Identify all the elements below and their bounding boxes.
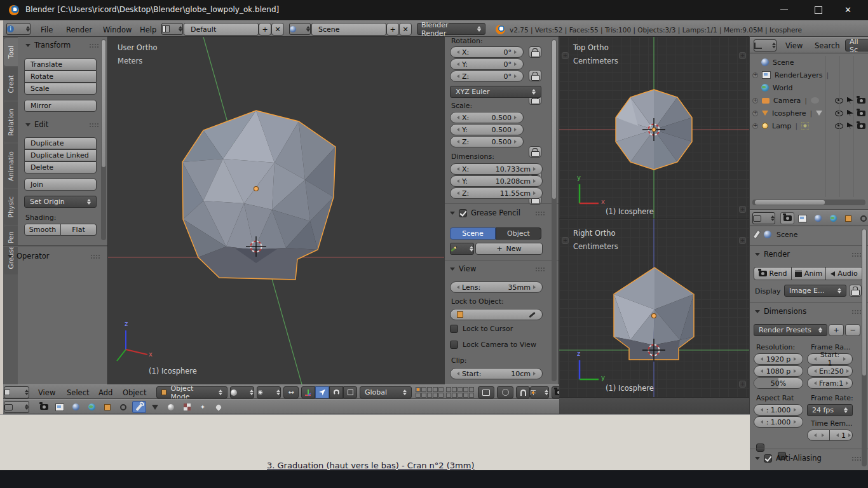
clip-start-field[interactable]: Start:10cm: [450, 368, 543, 379]
view-panel-header[interactable]: View: [450, 264, 545, 273]
menu-file[interactable]: File: [41, 25, 53, 34]
rotation-x-lock-button[interactable]: [529, 46, 541, 58]
preset-add-button[interactable]: +: [829, 324, 844, 336]
n-panel-scrollbar[interactable]: [552, 39, 557, 381]
panel-grip-icon[interactable]: [851, 252, 862, 257]
panel-grip-icon[interactable]: [851, 309, 862, 314]
panel-grip-icon[interactable]: [90, 254, 100, 259]
editor-type-3dview-button[interactable]: [4, 386, 29, 398]
tab-physics[interactable]: [212, 401, 226, 413]
shade-flat-button[interactable]: Flat: [61, 224, 97, 236]
transform-orientation-select[interactable]: Global: [360, 386, 412, 398]
lock-camera-checkbox[interactable]: [450, 341, 458, 349]
tab-create[interactable]: Creat: [4, 67, 18, 100]
outliner-row-renderlayers[interactable]: + RenderLayers |: [752, 69, 865, 81]
manipulator-scale-button[interactable]: [343, 386, 357, 398]
tab-render[interactable]: [780, 212, 794, 224]
tab-render-layers[interactable]: [53, 401, 67, 413]
tab-relations[interactable]: Relation: [4, 102, 18, 142]
layout-add-button[interactable]: +: [259, 23, 271, 36]
menu-add[interactable]: Add: [98, 388, 112, 397]
tab-texture[interactable]: [180, 401, 194, 413]
rotation-mode-select[interactable]: XYZ Euler: [450, 86, 541, 98]
panel-grip-icon[interactable]: [89, 43, 99, 48]
tab-material[interactable]: [164, 401, 178, 413]
outliner-menu-view[interactable]: View: [785, 41, 803, 50]
panel-expand-button[interactable]: +: [739, 381, 746, 388]
snap-toggle-button[interactable]: [516, 386, 530, 398]
outliner-hscrollbar[interactable]: [752, 200, 865, 205]
lens-field[interactable]: Lens:35mm: [450, 281, 543, 293]
viewport-shading-select[interactable]: [230, 386, 254, 398]
properties-scrollbar[interactable]: [862, 229, 867, 466]
editor-type-properties-button[interactable]: [4, 401, 29, 413]
manipulator-axes-icon-button[interactable]: [301, 386, 315, 398]
time-remap-old-field[interactable]: [807, 430, 830, 441]
screen-layout-icon-button[interactable]: [161, 23, 183, 35]
aspect-x-field[interactable]: : 1.000: [754, 404, 803, 416]
outliner-row-camera[interactable]: + Camera |: [752, 94, 865, 107]
frame-step-field[interactable]: Fram:1: [807, 377, 853, 389]
tab-physics[interactable]: Physic: [4, 189, 18, 225]
aspect-y-field[interactable]: : 1.000: [754, 416, 803, 428]
tab-world[interactable]: [85, 401, 98, 413]
scene-name-field[interactable]: Scene: [311, 23, 386, 36]
editor-type-outliner-button[interactable]: [754, 39, 776, 51]
tab-object[interactable]: [100, 401, 114, 413]
selectability-cursor-icon[interactable]: [847, 110, 853, 117]
lock-camera-row[interactable]: Lock Camera to View: [450, 341, 536, 349]
rotation-z-field[interactable]: Z:0°: [450, 71, 524, 82]
anti-aliasing-checkbox[interactable]: [764, 454, 772, 463]
opengl-render-button[interactable]: [552, 386, 559, 398]
rotation-x-field[interactable]: X:0°: [450, 46, 524, 58]
tab-constraints[interactable]: [116, 401, 130, 413]
outliner-row-icosphere[interactable]: + Icosphere |: [752, 107, 865, 119]
expand-icon[interactable]: +: [752, 111, 758, 116]
panel-expand-button[interactable]: +: [739, 206, 746, 213]
rotate-button[interactable]: Rotate: [24, 71, 97, 83]
panel-grip-icon[interactable]: [535, 267, 545, 271]
time-remap-new-field[interactable]: 1: [830, 430, 853, 441]
menu-window[interactable]: Window: [103, 25, 132, 34]
menu-view[interactable]: View: [38, 388, 55, 397]
anti-aliasing-panel-header[interactable]: Anti-Aliasing: [755, 454, 862, 463]
pin-icon[interactable]: [753, 230, 761, 240]
scale-x-field[interactable]: X:0.500: [450, 112, 524, 123]
gp-object-tab[interactable]: Object: [496, 227, 541, 240]
expand-icon[interactable]: +: [752, 72, 758, 78]
tab-world[interactable]: [826, 212, 840, 224]
outliner-display-filter-select[interactable]: All Sc: [845, 39, 868, 51]
scale-x-lock-button[interactable]: [529, 146, 541, 158]
panel-grip-icon[interactable]: [851, 456, 862, 461]
editor-type-properties-button[interactable]: [752, 212, 775, 224]
selectability-cursor-icon[interactable]: [847, 97, 853, 104]
maximize-button[interactable]: [815, 6, 822, 14]
background-document-window[interactable]: 3. Graduation (haut vers le bas) - Cran …: [0, 414, 750, 470]
menu-help[interactable]: Help: [140, 25, 156, 34]
operator-panel-header[interactable]: Operator: [8, 252, 100, 261]
panel-expand-button[interactable]: +: [562, 237, 569, 244]
scale-button[interactable]: Scale: [24, 83, 97, 95]
outliner-row-lamp[interactable]: + Lamp |: [752, 119, 865, 132]
translate-button[interactable]: Translate: [24, 58, 97, 71]
panel-expand-button[interactable]: +: [562, 52, 569, 59]
tab-constraints[interactable]: [857, 212, 868, 224]
lock-to-scene-button[interactable]: [478, 386, 494, 398]
dimensions-z-field[interactable]: Z:11.55cm: [450, 187, 543, 199]
tab-particles[interactable]: ✦: [196, 401, 210, 413]
tab-render-layers[interactable]: [796, 212, 810, 224]
viewport-right[interactable]: z y Right Ortho Centimeters (1) Icospher…: [559, 219, 750, 397]
viewport-top[interactable]: y x Top Ortho Centimeters (1) Icosphere …: [559, 37, 750, 219]
manipulator-translate-button[interactable]: [315, 386, 329, 398]
resolution-y-field[interactable]: 1080 p: [754, 365, 803, 377]
panel-grip-icon[interactable]: [89, 123, 99, 127]
resolution-x-field[interactable]: 1920 p: [754, 353, 803, 365]
tab-animation[interactable]: Animatio: [4, 144, 18, 188]
display-mode-select[interactable]: Image E...: [784, 285, 846, 297]
close-button[interactable]: ✕: [844, 6, 852, 14]
renderability-camera-icon[interactable]: [857, 98, 865, 104]
shade-smooth-button[interactable]: Smooth: [24, 224, 61, 236]
render-still-button[interactable]: Rend: [754, 267, 792, 280]
manipulator-rotate-button[interactable]: [329, 386, 343, 398]
screen-layout-field[interactable]: Default: [184, 23, 259, 36]
